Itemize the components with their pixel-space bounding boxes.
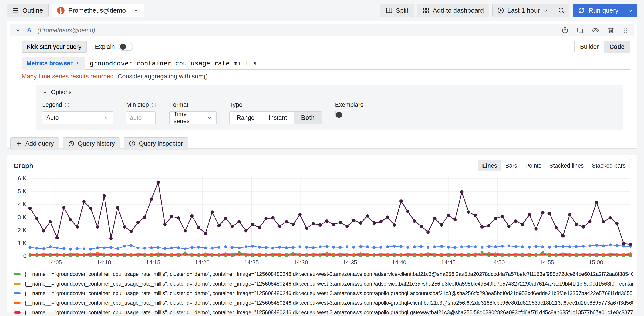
- graph-style-stacked-bars[interactable]: Stacked bars: [588, 160, 630, 171]
- type-field-label: Type: [230, 102, 242, 108]
- warning-text: Many time series results returned.: [22, 73, 116, 80]
- query-type-range[interactable]: Range: [230, 112, 262, 124]
- legend-row[interactable]: {__name__="groundcover_container_cpu_usa…: [14, 288, 633, 298]
- time-range-group: Last 1 hour: [492, 4, 570, 17]
- chevron-down-icon: [628, 7, 634, 14]
- datasource-picker[interactable]: Prometheus@demo: [52, 4, 144, 17]
- series-line-series-dark-purple: [30, 182, 630, 244]
- x-axis-tick: 14:05: [48, 259, 62, 266]
- legend-row[interactable]: {__name__="groundcover_container_cpu_usa…: [14, 298, 633, 308]
- graph-style-lines[interactable]: Lines: [478, 160, 501, 171]
- x-axis-tick: 14:15: [146, 259, 160, 266]
- chevron-down-icon: [103, 115, 109, 120]
- exemplars-toggle[interactable]: [335, 111, 336, 116]
- query-actions-row: Add query Query history Query inspector: [10, 137, 634, 150]
- format-field: Format Time series: [169, 102, 216, 124]
- legend-row[interactable]: {__name__="groundcover_container_cpu_usa…: [14, 269, 633, 279]
- help-icon[interactable]: [562, 27, 568, 34]
- exemplars-field: Exemplars: [335, 102, 364, 116]
- options-collapse-header[interactable]: Options: [42, 89, 617, 96]
- query-row-header[interactable]: A (Prometheus@demo): [10, 24, 634, 36]
- info-circle-icon: [128, 140, 136, 147]
- metrics-browser-button[interactable]: Metrics browser: [22, 57, 85, 70]
- y-axis-tick: 2 K: [18, 227, 27, 234]
- query-input-row: Metrics browser groundcover_container_cp…: [22, 57, 630, 70]
- legend-series-label: {__name__="groundcover_container_cpu_usa…: [25, 280, 633, 287]
- kick-start-button[interactable]: Kick start your query: [22, 41, 86, 52]
- history-icon: [68, 140, 75, 147]
- collapse-chevron-icon[interactable]: [15, 27, 21, 34]
- run-query-split-button: Run query: [572, 4, 637, 17]
- run-query-button[interactable]: Run query: [572, 4, 624, 17]
- query-editor-card: A (Prometheus@demo) Kick start your quer…: [7, 21, 637, 149]
- run-query-dropdown-button[interactable]: [624, 4, 637, 17]
- outline-button[interactable]: Outline: [7, 4, 48, 17]
- x-axis-tick: 14:20: [195, 259, 210, 266]
- toolbar-right-group: Split Add to dashboard Last 1 hour: [380, 4, 637, 17]
- min-step-field-label: Min step: [126, 102, 149, 108]
- y-axis-tick: 3 K: [18, 214, 27, 220]
- x-axis-tick: 15:00: [589, 259, 603, 266]
- metrics-browser-label: Metrics browser: [26, 60, 72, 67]
- legend-row[interactable]: {__name__="groundcover_container_cpu_usa…: [14, 279, 633, 288]
- graph-style-points[interactable]: Points: [521, 160, 545, 171]
- graph-style-bars[interactable]: Bars: [501, 160, 521, 171]
- graph-title: Graph: [14, 162, 33, 170]
- add-to-dashboard-label: Add to dashboard: [433, 7, 484, 14]
- time-range-picker[interactable]: Last 1 hour: [493, 4, 553, 17]
- legend-series-marker: [14, 292, 21, 294]
- query-history-button[interactable]: Query history: [62, 137, 120, 150]
- graph-style-stacked-lines[interactable]: Stacked lines: [546, 160, 588, 171]
- options-section: Options Legend Auto: [22, 85, 630, 130]
- y-axis-tick: 5 K: [18, 188, 27, 195]
- x-axis-tick: 14:55: [540, 259, 554, 266]
- editor-mode-builder[interactable]: Builder: [574, 41, 604, 52]
- zoom-out-time-button[interactable]: [553, 4, 569, 17]
- split-label: Split: [396, 7, 408, 14]
- query-header-actions: [562, 26, 629, 34]
- format-select[interactable]: Time series: [169, 112, 216, 124]
- editor-mode-code[interactable]: Code: [604, 41, 630, 52]
- x-axis-tick: 14:50: [490, 259, 505, 266]
- trash-icon[interactable]: [607, 27, 614, 34]
- add-query-button[interactable]: Add query: [10, 137, 59, 150]
- time-range-label: Last 1 hour: [507, 7, 540, 14]
- eye-icon[interactable]: [592, 26, 599, 34]
- legend-select-value: Auto: [46, 114, 59, 121]
- query-ref-id: A: [27, 26, 32, 34]
- editor-mode-toggle: BuilderCode: [574, 41, 630, 53]
- plus-icon: [16, 140, 22, 147]
- legend-series-marker: [14, 273, 21, 275]
- warning-aggregate-link[interactable]: Consider aggregating with sum().: [118, 73, 210, 80]
- drag-handle-icon[interactable]: [622, 27, 629, 34]
- explain-toggle[interactable]: [119, 43, 133, 51]
- query-type-both[interactable]: Both: [294, 112, 322, 124]
- legend-field: Legend Auto: [42, 102, 113, 124]
- series-line-apollo-graphql-accounts: [30, 245, 630, 249]
- timeseries-chart[interactable]: 01 K2 K3 K4 K5 K6 K14:0514:1014:1514:201…: [7, 174, 637, 268]
- graph-panel: Graph LinesBarsPointsStacked linesStacke…: [7, 155, 637, 312]
- outline-label: Outline: [22, 7, 43, 14]
- query-inspector-button[interactable]: Query inspector: [124, 137, 188, 150]
- x-axis-tick: 14:35: [343, 259, 357, 266]
- chart-canvas[interactable]: 01 K2 K3 K4 K5 K6 K14:0514:1014:1514:201…: [12, 174, 632, 267]
- split-view-icon: [386, 7, 393, 14]
- add-to-dashboard-button[interactable]: Add to dashboard: [417, 4, 489, 17]
- format-field-label: Format: [169, 102, 188, 108]
- legend-select[interactable]: Auto: [42, 112, 113, 124]
- copy-icon[interactable]: [576, 27, 584, 34]
- split-button[interactable]: Split: [380, 4, 414, 17]
- outline-list-icon: [12, 7, 19, 14]
- x-axis-tick: 14:45: [441, 259, 456, 266]
- y-axis-tick: 0: [23, 252, 26, 259]
- series-line-apollo-graphql-gateway: [30, 254, 630, 254]
- x-axis-tick: 14:30: [294, 259, 308, 266]
- min-step-input[interactable]: [126, 112, 156, 124]
- legend-row[interactable]: {__name__="groundcover_container_cpu_usa…: [14, 308, 633, 316]
- query-type-instant[interactable]: Instant: [262, 112, 294, 124]
- add-query-label: Add query: [25, 140, 54, 147]
- explain-label: Explain: [95, 44, 115, 50]
- legend-series-label: {__name__="groundcover_container_cpu_usa…: [25, 271, 633, 277]
- query-type-toggle: RangeInstantBoth: [230, 112, 322, 124]
- promql-query-input[interactable]: groundcover_container_cpu_usage_rate_mil…: [85, 57, 630, 70]
